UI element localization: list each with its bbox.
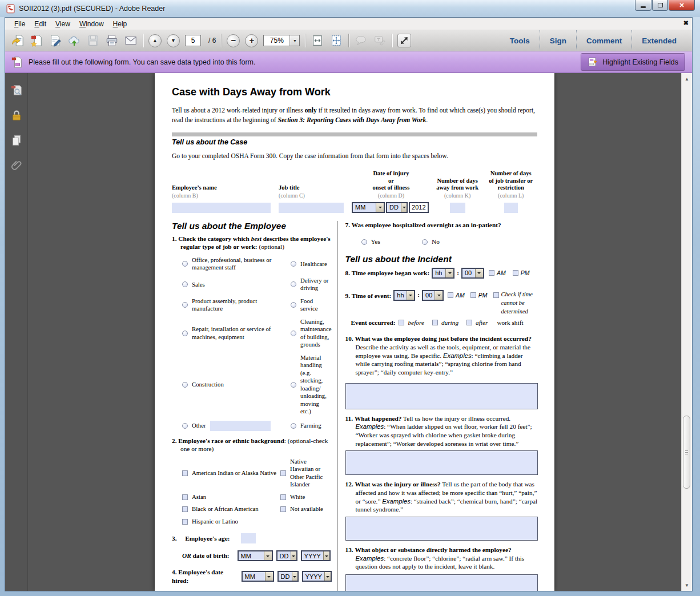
extended-panel-button[interactable]: Extended — [631, 30, 686, 51]
security-lock-icon[interactable] — [10, 108, 23, 122]
fit-page-icon[interactable] — [329, 34, 343, 47]
event-hour-select[interactable]: hh — [393, 290, 415, 301]
q1-healthcare-radio[interactable] — [291, 261, 296, 267]
q1-product-assembly-radio[interactable] — [182, 302, 188, 308]
began-hour-select[interactable]: hh — [432, 268, 454, 279]
zoom-out-button[interactable]: − — [227, 34, 240, 47]
q13-text: 13. What object or substance directly ha… — [345, 546, 538, 571]
q1-delivery-radio[interactable] — [291, 281, 296, 287]
toolbar-separator — [305, 34, 305, 47]
create-pdf-icon[interactable] — [30, 34, 43, 47]
event-pm-checkbox[interactable] — [470, 292, 476, 298]
days-away-input[interactable] — [450, 203, 465, 213]
dob-year-select[interactable]: YYYY — [301, 550, 331, 561]
time-cannot-label: Check if time cannot be determined — [501, 290, 538, 316]
tools-panel-button[interactable]: Tools — [500, 30, 540, 51]
menu-window[interactable]: Window — [75, 19, 108, 29]
q12-answer-textarea[interactable] — [345, 517, 538, 541]
print-icon[interactable] — [105, 34, 119, 47]
fullscreen-icon[interactable] — [397, 34, 411, 47]
q1-farming-radio[interactable] — [291, 423, 296, 429]
comment-bubble-icon[interactable] — [354, 34, 368, 47]
fit-width-icon[interactable] — [311, 34, 324, 47]
maximize-button[interactable] — [652, 0, 668, 11]
event-during-checkbox[interactable] — [432, 320, 438, 325]
employee-name-input[interactable] — [172, 203, 271, 213]
sign-panel-button[interactable]: Sign — [540, 30, 576, 51]
menu-help[interactable]: Help — [108, 19, 132, 29]
minimize-button[interactable] — [635, 0, 651, 11]
open-icon[interactable] — [11, 34, 25, 47]
q2-native-hawaiian-checkbox[interactable] — [280, 470, 286, 476]
comment-panel-button[interactable]: Comment — [576, 30, 631, 51]
email-icon[interactable] — [124, 34, 138, 47]
menu-close-icon[interactable]: ✖ — [683, 19, 689, 27]
injury-month-select[interactable]: MM — [352, 202, 385, 213]
began-am-checkbox[interactable] — [489, 270, 494, 276]
q2-hispanic-checkbox[interactable] — [182, 519, 188, 525]
previous-page-button[interactable]: ▲ — [148, 34, 162, 47]
q1-cleaning-radio[interactable] — [291, 331, 296, 336]
q1-food-service-radio[interactable] — [291, 302, 296, 308]
zoom-in-button[interactable]: + — [245, 34, 258, 47]
q2-american-indian-checkbox[interactable] — [182, 470, 188, 476]
q1-material-handling-radio[interactable] — [291, 382, 296, 388]
text-callout-icon[interactable] — [373, 34, 387, 47]
q13-answer-textarea[interactable] — [345, 574, 538, 591]
q1-construction-radio[interactable] — [182, 382, 188, 388]
q1-office-radio[interactable] — [182, 261, 188, 267]
page-thumbnails-icon[interactable] — [10, 83, 23, 97]
event-after-checkbox[interactable] — [466, 320, 472, 325]
job-title-input[interactable] — [279, 203, 344, 213]
hospitalized-yes-radio[interactable] — [361, 239, 367, 245]
hired-day-select[interactable]: DD — [277, 571, 299, 582]
attachments-paperclip-icon[interactable] — [10, 159, 23, 172]
scrollbar-down-arrow[interactable]: ▼ — [682, 581, 692, 590]
menu-edit[interactable]: Edit — [30, 19, 51, 29]
q2-asian-checkbox[interactable] — [182, 494, 188, 500]
q1-other-input[interactable] — [210, 421, 271, 431]
save-icon[interactable] — [86, 34, 100, 47]
event-before-checkbox[interactable] — [399, 320, 404, 325]
menu-view[interactable]: View — [51, 19, 75, 29]
scrollbar-thumb[interactable] — [683, 416, 690, 489]
q2-not-available-checkbox[interactable] — [280, 506, 286, 512]
injury-day-select[interactable]: DD — [386, 202, 408, 213]
pages-icon[interactable] — [10, 134, 23, 147]
dob-month-select[interactable]: MM — [238, 550, 273, 561]
hired-month-select[interactable]: MM — [242, 571, 274, 582]
q1-other-radio[interactable] — [182, 423, 188, 429]
dob-day-select[interactable]: DD — [276, 550, 297, 561]
zoom-dropdown-button[interactable]: ▼ — [289, 35, 299, 46]
q1-repair-radio[interactable] — [182, 331, 188, 336]
menu-file[interactable]: File — [10, 19, 30, 29]
q2-white-checkbox[interactable] — [280, 494, 286, 500]
next-page-button[interactable]: ▼ — [167, 34, 180, 47]
page-number-input[interactable] — [185, 35, 201, 46]
hired-year-select[interactable]: YYYY — [302, 571, 332, 582]
zoom-level-select[interactable]: 75% ▼ — [263, 35, 300, 46]
q2-black-checkbox[interactable] — [182, 506, 188, 512]
highlight-existing-fields-button[interactable]: Highlight Existing Fields — [581, 53, 685, 71]
q10-answer-textarea[interactable] — [345, 383, 538, 409]
case-info-row: Employee’s name (column B) Job title (co… — [172, 165, 537, 213]
employee-age-input[interactable] — [241, 533, 256, 543]
close-button[interactable]: ✕ — [669, 0, 695, 11]
q11-answer-textarea[interactable] — [345, 450, 538, 475]
event-minute-select[interactable]: 00 — [422, 290, 444, 301]
hospitalized-no-radio[interactable] — [422, 239, 428, 245]
vertical-scrollbar[interactable]: ▲ ▼ — [681, 73, 692, 591]
q1-sales-radio[interactable] — [182, 281, 188, 287]
job-transfer-input[interactable] — [504, 203, 518, 213]
q7-options: Yes No — [361, 237, 538, 246]
event-am-checkbox[interactable] — [448, 292, 453, 298]
time-cannot-be-determined-checkbox[interactable] — [493, 292, 499, 298]
began-pm-checkbox[interactable] — [513, 270, 518, 276]
scrollbar-up-arrow[interactable]: ▲ — [682, 74, 692, 83]
began-minute-select[interactable]: 00 — [461, 268, 484, 279]
injury-year-box: 2012 — [409, 202, 428, 213]
title-bar: SOII2012 (3).pdf (SECURED) - Adobe Reade… — [0, 0, 700, 17]
sign-document-icon[interactable] — [49, 34, 62, 47]
close-icon: ✕ — [679, 2, 684, 9]
cloud-upload-icon[interactable] — [67, 34, 81, 47]
